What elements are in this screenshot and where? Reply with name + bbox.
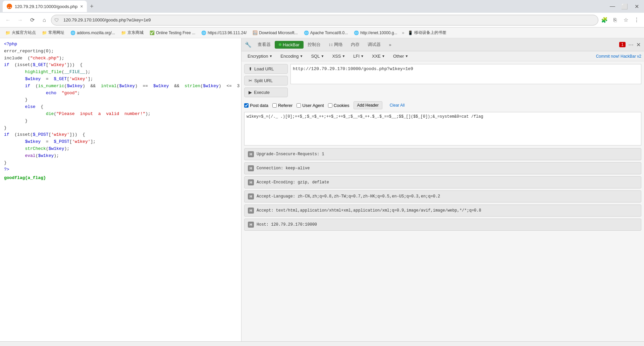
back-button[interactable]: ← xyxy=(3,15,13,25)
header-item-accept-language: H Accept-Language: zh-CN,zh;q=0.8,zh-TW;… xyxy=(244,190,641,203)
more-tools-icon[interactable]: ⋮ xyxy=(632,15,641,25)
error-badge[interactable]: 1 xyxy=(619,42,626,47)
bottom-scrollbar[interactable] xyxy=(0,341,644,346)
code-line-14: if (isset($_POST['w1key'])) { xyxy=(0,131,241,138)
hackbar-header-right: 1 ⋯ ✕ xyxy=(619,42,641,48)
split-url-icon: ✂ xyxy=(249,78,252,83)
bookmark-label-microsoft: Download Microsoft... xyxy=(259,31,298,35)
tab-favicon: 🦊 xyxy=(7,4,12,9)
code-line-3: include ("check.php"); xyxy=(0,55,241,62)
more-bookmarks-icon[interactable]: » xyxy=(402,30,404,35)
post-data-checkbox[interactable] xyxy=(244,103,249,108)
hackbar-url-area xyxy=(290,64,641,97)
code-line-19: ?> xyxy=(0,166,241,173)
nav-right-icons: 🧩 ⎘ ☆ ⋮ xyxy=(600,15,641,25)
code-line-17: eval($w1key); xyxy=(0,153,241,160)
tab-more[interactable]: » xyxy=(385,41,395,49)
devtools-close-button[interactable]: ✕ xyxy=(636,42,641,48)
bookmark-label-jd: 京东商城 xyxy=(127,30,144,36)
bookmark-enet[interactable]: 🌐 http://enet.10000.g... xyxy=(351,30,400,36)
new-tab-button[interactable]: + xyxy=(87,2,96,11)
code-line-4: if (isset($_GET['w1key'])) { xyxy=(0,62,241,69)
header-text-upgrade: Upgrade-Insecure-Requests: 1 xyxy=(257,152,324,157)
code-line-2: error_reporting(0); xyxy=(0,48,241,55)
menu-xxe[interactable]: XXE ▼ xyxy=(369,53,388,60)
hackbar-dot xyxy=(279,43,281,46)
header-badge-5: H xyxy=(248,208,254,214)
minimize-button[interactable]: — xyxy=(608,2,617,11)
menu-encoding[interactable]: Encoding ▼ xyxy=(277,53,306,60)
cookies-checkbox[interactable] xyxy=(328,103,332,108)
tab-hackbar[interactable]: HackBar xyxy=(275,41,304,49)
bookmark-foxofficial[interactable]: 📁 火狐官方站点 xyxy=(3,29,39,36)
url-input[interactable] xyxy=(290,64,641,84)
header-item-upgrade: H Upgrade-Insecure-Requests: 1 xyxy=(244,148,641,160)
reload-button[interactable]: ⟳ xyxy=(27,15,38,25)
load-url-button[interactable]: ⬆ Load URL xyxy=(244,64,288,74)
code-line-5: highlight_file(__FILE__); xyxy=(0,69,241,76)
bookmark-label-common: 常用网址 xyxy=(48,30,64,36)
bookmark-addons[interactable]: 🌐 addons.mozilla.org/... xyxy=(68,30,118,36)
home-button[interactable]: ⌂ xyxy=(39,15,50,25)
bookmark-icon-jd: 📁 xyxy=(121,31,126,35)
menu-encoding-chevron: ▼ xyxy=(300,54,303,58)
forward-button[interactable]: → xyxy=(15,15,25,25)
bookmark-icon[interactable]: ☆ xyxy=(621,15,631,25)
active-tab[interactable]: 🦊 120.79.29.170:10000/goods.php × xyxy=(3,1,87,12)
tab-hackbar-label: HackBar xyxy=(283,42,300,47)
code-line-6: $w1key = $_GET['w1key']; xyxy=(0,76,241,83)
main-content: <?php error_reporting(0); include ("chec… xyxy=(0,38,644,341)
post-data-textarea[interactable] xyxy=(244,112,641,146)
load-url-label: Load URL xyxy=(254,66,274,71)
menu-xss[interactable]: XSS ▼ xyxy=(329,53,348,60)
menu-other[interactable]: Other ▼ xyxy=(390,53,412,60)
tab-inspector[interactable]: 查看器 xyxy=(254,40,275,49)
close-window-button[interactable]: ✕ xyxy=(632,2,641,11)
user-agent-checkbox[interactable] xyxy=(297,103,301,108)
address-bar-wrapper: 🛡 xyxy=(51,15,598,25)
menu-encryption[interactable]: Encryption ▼ xyxy=(244,53,276,60)
user-agent-checkbox-label[interactable]: User Agent xyxy=(297,103,324,108)
split-url-button[interactable]: ✂ Split URL xyxy=(244,76,288,85)
bookmark-onlinetesting[interactable]: ✅ Online Testing Free ... xyxy=(147,30,198,36)
commit-now-link[interactable]: Commit now! HackBar v2 xyxy=(596,54,641,59)
bookmark-label-enet: http://enet.10000.g... xyxy=(360,31,397,35)
bookmark-icon-tomcat: 🌐 xyxy=(304,31,309,35)
copy-icon[interactable]: ⎘ xyxy=(610,15,620,25)
extensions-icon[interactable]: 🧩 xyxy=(600,15,609,25)
add-header-button[interactable]: Add Header xyxy=(354,101,382,109)
cookies-checkbox-label[interactable]: Cookies xyxy=(328,103,350,108)
bookmark-mobile[interactable]: 📱 移动设备上的书签 xyxy=(405,29,449,36)
clear-all-button[interactable]: Clear All xyxy=(386,102,408,109)
menu-encoding-label: Encoding xyxy=(280,54,299,59)
devtools-more-button[interactable]: ⋯ xyxy=(628,42,634,48)
menu-sql[interactable]: SQL ▼ xyxy=(308,53,327,60)
tab-title: 120.79.29.170:10000/goods.php xyxy=(15,4,77,9)
tab-debugger[interactable]: 调试器 xyxy=(364,40,385,49)
execute-icon: ▶ xyxy=(249,90,252,95)
tab-network[interactable]: ↕↕ 网络 xyxy=(325,40,347,49)
referer-checkbox[interactable] xyxy=(272,103,277,108)
tab-memory[interactable]: 内存 xyxy=(347,40,364,49)
bookmark-tomcat[interactable]: 🌐 Apache Tomcat/8.0... xyxy=(301,30,351,36)
header-text-accept-encoding: Accept-Encoding: gzip, deflate xyxy=(257,180,329,185)
devtools-icon[interactable]: 🔧 xyxy=(245,42,252,48)
execute-button[interactable]: ▶ Execute xyxy=(244,88,288,97)
code-line-15: $w1key = $_POST['w1key']; xyxy=(0,138,241,146)
bookmark-jd[interactable]: 📁 京东商城 xyxy=(118,29,146,36)
referer-checkbox-label[interactable]: Referer xyxy=(272,103,292,108)
post-data-checkbox-label[interactable]: Post data xyxy=(244,103,268,108)
bookmark-icon-microsoft: 🪟 xyxy=(253,31,258,35)
bookmark-113[interactable]: 🌐 https://113.96.111.24/ xyxy=(199,30,249,36)
menu-lfi[interactable]: LFI ▼ xyxy=(350,53,367,60)
bookmark-common[interactable]: 📁 常用网址 xyxy=(39,29,67,36)
menu-other-label: Other xyxy=(393,54,404,59)
menu-other-chevron: ▼ xyxy=(405,54,408,58)
tab-console[interactable]: 控制台 xyxy=(304,40,325,49)
tab-close-button[interactable]: × xyxy=(80,4,83,9)
maximize-button[interactable]: ⬜ xyxy=(620,2,629,11)
address-bar-input[interactable] xyxy=(51,15,598,25)
tab-bar: 🦊 120.79.29.170:10000/goods.php × + xyxy=(3,1,606,12)
menu-encryption-label: Encryption xyxy=(248,54,268,59)
bookmark-microsoft[interactable]: 🪟 Download Microsoft... xyxy=(250,30,300,36)
